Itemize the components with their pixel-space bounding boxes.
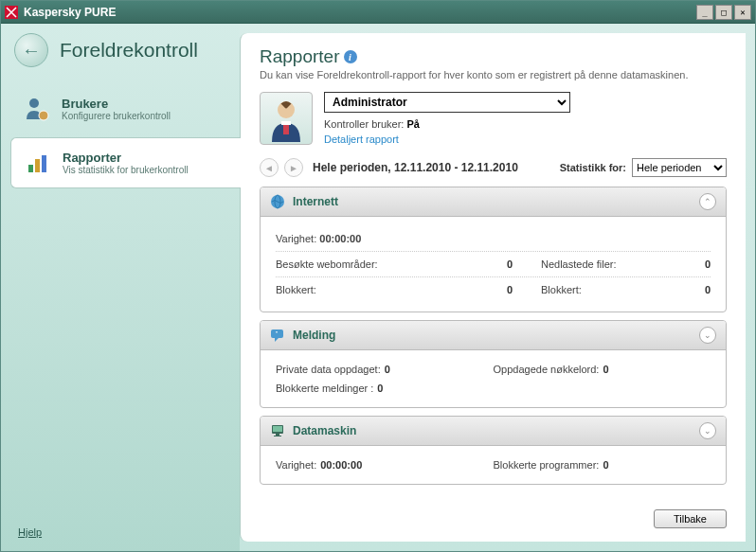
period-prev-button[interactable]: ◄: [260, 158, 279, 177]
info-icon[interactable]: i: [344, 50, 357, 63]
page-header: Rapporter i Du kan vise Foreldrekontroll…: [260, 46, 727, 80]
svg-rect-3: [28, 165, 33, 172]
downloads-value: 0: [664, 258, 711, 270]
private-label: Private data oppdaget:: [276, 364, 381, 375]
section-header: Internett ⌃: [261, 187, 726, 217]
collapse-button[interactable]: ⌄: [699, 422, 716, 439]
status-label: Kontroller bruker:: [324, 118, 404, 130]
user-info: Administrator Kontroller bruker: På Deta…: [324, 92, 727, 145]
section-title: Melding: [293, 329, 335, 342]
page-title-row: Rapporter i: [260, 46, 727, 67]
svg-rect-5: [42, 155, 46, 172]
monitor-icon: [270, 423, 285, 438]
section-body: Varighet: 00:00:00 Blokkerte programmer:…: [261, 446, 726, 484]
stat-row: Blokkert: 0 Blokkert: 0: [276, 277, 711, 302]
nav-item-subtitle: Vis statistikk for brukerkontroll: [63, 165, 189, 175]
user-row: Administrator Kontroller bruker: På Deta…: [260, 92, 727, 145]
sidebar-item-reports[interactable]: Rapporter Vis statistikk for brukerkontr…: [10, 137, 241, 188]
titlebar: Kaspersky PURE _ □ ✕: [1, 1, 755, 24]
svg-point-2: [39, 111, 48, 120]
svg-rect-4: [35, 159, 40, 172]
section-header-left: " Melding: [270, 328, 335, 343]
svg-rect-15: [276, 434, 279, 436]
chart-icon: [23, 148, 53, 178]
blocked2-label: Blokkert:: [513, 284, 664, 295]
downloads-label: Nedlastede filer:: [513, 258, 664, 270]
back-button[interactable]: ←: [14, 33, 48, 67]
section-header: " Melding ⌄: [261, 321, 726, 350]
comp-duration-value: 00:00:00: [320, 459, 362, 471]
stat-row: Varighet: 00:00:00 Blokkerte programmer:…: [276, 455, 711, 474]
period-next-button[interactable]: ►: [284, 158, 303, 177]
keywords-label: Oppdagede nøkkelord:: [494, 364, 600, 375]
user-status: Kontroller bruker: På: [324, 118, 727, 130]
body: ← Foreldrekontroll Brukere Konfigurere b…: [1, 24, 755, 551]
app-window: Kaspersky PURE _ □ ✕ ← Foreldrekontroll …: [0, 0, 756, 552]
stat-for-label: Statistikk for:: [560, 162, 626, 173]
blocked-prog-value: 0: [603, 459, 608, 471]
nav-text: Brukere Konfigurere brukerkontroll: [62, 97, 171, 121]
svg-point-1: [29, 98, 39, 108]
blocked-label: Blokkert:: [276, 284, 465, 295]
section-body: Varighet: 00:00:00 Besøkte webområder: 0…: [261, 217, 726, 312]
blocked2-value: 0: [664, 284, 711, 295]
comp-duration-label: Varighet:: [276, 459, 316, 471]
svg-rect-16: [274, 436, 281, 436]
nav-item-title: Brukere: [62, 97, 171, 111]
detail-report-link[interactable]: Detaljert rapport: [324, 134, 399, 145]
window-controls: _ □ ✕: [696, 5, 751, 20]
sidebar: ← Foreldrekontroll Brukere Konfigurere b…: [1, 24, 240, 551]
blocked-msg-value: 0: [377, 383, 383, 394]
stat-row: Private data oppdaget: 0 Oppdagede nøkke…: [276, 360, 711, 379]
section-title: Foreldrekontroll: [60, 39, 198, 62]
page-description: Du kan vise Foreldrekontroll-rapport for…: [260, 69, 727, 80]
section-header: Datamaskin ⌄: [261, 417, 726, 446]
period-text: Hele perioden, 12.11.2010 - 12.11.2010: [313, 161, 518, 174]
section-header-left: Internett: [270, 194, 338, 209]
section-title: Internett: [293, 195, 338, 208]
blocked-value: 0: [465, 284, 513, 295]
duration-label: Varighet: 00:00:00: [276, 233, 465, 244]
section-title: Datamaskin: [293, 424, 356, 437]
nav-text: Rapporter Vis statistikk for brukerkontr…: [63, 151, 189, 175]
collapse-button[interactable]: ⌃: [699, 193, 716, 210]
maximize-button[interactable]: □: [715, 5, 732, 20]
period-filter: Statistikk for: Hele perioden: [560, 158, 727, 177]
stat-row: Besøkte webområder: 0 Nedlastede filer: …: [276, 252, 711, 277]
stat-row: Varighet: 00:00:00: [276, 226, 711, 252]
sidebar-item-users[interactable]: Brukere Konfigurere brukerkontroll: [10, 84, 240, 134]
section-body: Private data oppdaget: 0 Oppdagede nøkke…: [261, 350, 726, 407]
section-internet: Internett ⌃ Varighet: 00:00:00 Besøkte w…: [260, 187, 727, 312]
page-title: Rapporter: [260, 46, 340, 67]
minimize-button[interactable]: _: [696, 5, 713, 20]
back-footer-button[interactable]: Tilbake: [654, 509, 727, 528]
close-button[interactable]: ✕: [734, 5, 751, 20]
breadcrumb: ← Foreldrekontroll: [10, 33, 240, 67]
help-link[interactable]: Hjelp: [18, 526, 42, 538]
collapse-button[interactable]: ⌄: [699, 327, 716, 344]
avatar: [260, 92, 313, 145]
svg-rect-8: [281, 121, 291, 125]
chat-icon: ": [270, 328, 285, 343]
status-value: På: [406, 118, 419, 130]
section-messaging: " Melding ⌄ Private data oppdaget: 0 Opp…: [260, 320, 727, 408]
app-logo-icon: [5, 6, 18, 19]
svg-rect-14: [273, 426, 282, 432]
visited-label: Besøkte webområder:: [276, 258, 465, 270]
blocked-prog-label: Blokkerte programmer:: [494, 459, 600, 471]
section-header-left: Datamaskin: [270, 423, 356, 438]
section-computer: Datamaskin ⌄ Varighet: 00:00:00 Blokkert…: [260, 416, 727, 485]
period-select[interactable]: Hele perioden: [632, 158, 727, 177]
window-title: Kaspersky PURE: [24, 6, 116, 19]
user-select[interactable]: Administrator: [324, 92, 570, 113]
period-bar: ◄ ► Hele perioden, 12.11.2010 - 12.11.20…: [260, 158, 727, 177]
titlebar-left: Kaspersky PURE: [5, 6, 116, 19]
period-nav: ◄ ► Hele perioden, 12.11.2010 - 12.11.20…: [260, 158, 518, 177]
private-value: 0: [385, 364, 390, 375]
nav-item-subtitle: Konfigurere brukerkontroll: [62, 111, 171, 121]
keywords-value: 0: [603, 364, 608, 375]
stat-row: Blokkerte meldinger : 0: [276, 379, 711, 398]
nav-item-title: Rapporter: [63, 151, 189, 165]
arrow-left-icon: ←: [22, 40, 41, 62]
visited-value: 0: [465, 258, 513, 270]
